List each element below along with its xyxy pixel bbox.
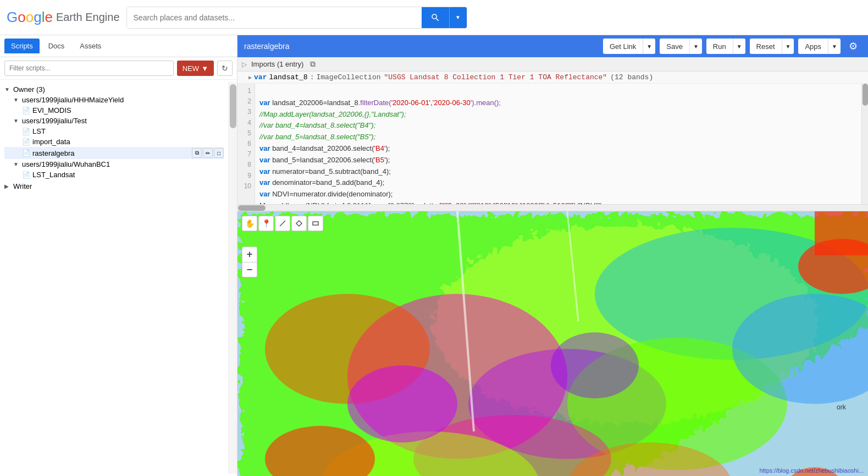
reset-group: Reset ▼ xyxy=(750,39,794,54)
imports-bar: ▷ Imports (1 entry) ⧉ xyxy=(237,57,868,72)
user2-file1-row[interactable]: 📄 LST xyxy=(4,126,224,136)
user2-folder-row[interactable]: ▼ users/1999jialiu/Test xyxy=(4,116,224,126)
writer-label: Writer xyxy=(13,182,32,190)
save-dropdown[interactable]: ▼ xyxy=(689,39,702,54)
user2-expand-icon: ▼ xyxy=(13,118,20,124)
filter-bar: NEW ▼ ↻ xyxy=(0,57,237,80)
user1-expand-icon: ▼ xyxy=(13,97,20,103)
line-tool[interactable] xyxy=(275,216,290,231)
polygon-tool[interactable] xyxy=(291,216,307,231)
copy-imports-btn[interactable]: ⧉ xyxy=(310,59,316,69)
svg-point-19 xyxy=(551,332,639,398)
settings-button[interactable]: ⚙ xyxy=(845,38,861,54)
watermark: https://blog.csdn.net/zhebushibiaoshi... xyxy=(759,467,864,474)
owner-section: ▼ Owner (3) ▼ users/1999jialiu/HHHMaizeY… xyxy=(4,84,224,180)
rect-icon xyxy=(312,220,319,227)
map-canvas: ork Gulf of Mexico xyxy=(237,211,868,476)
code-scroll-thumb xyxy=(863,84,868,106)
hand-tool[interactable]: ✋ xyxy=(242,216,257,231)
run-group: Run ▼ xyxy=(706,39,745,54)
get-link-button[interactable]: Get Link xyxy=(603,39,643,54)
user3-file1-row[interactable]: 📄 LST_Landsat xyxy=(4,169,224,180)
tree-content: ▼ Owner (3) ▼ users/1999jialiu/HHHMaizeY… xyxy=(0,82,228,474)
rect-tool[interactable] xyxy=(308,216,323,231)
file-icon-import: 📄 xyxy=(22,138,30,146)
scripts-tree: ▼ Owner (3) ▼ users/1999jialiu/HHHMaizeY… xyxy=(0,80,237,476)
zoom-in-button[interactable]: + xyxy=(242,247,257,262)
tab-scripts[interactable]: Scripts xyxy=(4,39,40,53)
file-icon-lst: 📄 xyxy=(22,128,30,135)
editor-filename: rasteralgebra xyxy=(244,42,599,51)
svg-point-18 xyxy=(347,365,457,442)
import-expand-icon: ▶ xyxy=(248,74,252,81)
file-edit-icon[interactable]: ✏ xyxy=(203,148,213,158)
apps-dropdown[interactable]: ▼ xyxy=(828,39,841,54)
polygon-icon xyxy=(295,220,303,227)
right-panel: rasteralgebra Get Link ▼ Save ▼ Run ▼ Re… xyxy=(237,35,868,476)
map-tools: ✋ 📍 xyxy=(242,216,323,231)
file-delete-icon[interactable]: □ xyxy=(214,148,224,158)
get-link-group: Get Link ▼ xyxy=(603,39,655,54)
owner-label: Owner (3) xyxy=(13,85,45,94)
user3-folder-row[interactable]: ▼ users/1999jialiu/WuhanBC1 xyxy=(4,159,224,169)
tabs-bar: Scripts Docs Assets xyxy=(0,35,237,57)
save-button[interactable]: Save xyxy=(660,39,689,54)
file-copy-icon[interactable]: ⧉ xyxy=(192,148,202,158)
code-vertical-scrollbar[interactable] xyxy=(861,84,868,204)
user1-file1-row[interactable]: 📄 EVI_MODIS xyxy=(4,105,224,116)
tree-scrollbar[interactable] xyxy=(228,82,237,474)
tab-docs[interactable]: Docs xyxy=(42,39,71,53)
user1-folder-row[interactable]: ▼ users/1999jialiu/HHHMaizeYield xyxy=(4,95,224,105)
new-btn-arrow: ▼ xyxy=(201,64,208,73)
apps-button[interactable]: Apps xyxy=(798,39,828,54)
user3-path-label: users/1999jialiu/WuhanBC1 xyxy=(22,160,110,168)
owner-expand-icon: ▼ xyxy=(4,86,11,92)
search-button[interactable] xyxy=(422,7,449,28)
reset-button[interactable]: Reset xyxy=(750,39,782,54)
user2-file2-label: import_data xyxy=(32,138,70,146)
import-entry: ▶ var landsat_8 : ImageCollection "USGS … xyxy=(237,72,868,84)
search-input[interactable] xyxy=(127,7,422,28)
earth-engine-label: Earth Engine xyxy=(56,11,120,24)
filter-scripts-input[interactable] xyxy=(4,61,174,76)
owner-label-row[interactable]: ▼ Owner (3) xyxy=(4,84,224,95)
search-bar: ▼ xyxy=(126,7,467,29)
code-content[interactable]: var landsat_202006=landsat_8.filterDate(… xyxy=(255,84,861,204)
user2-file3-label: rasteralgebra xyxy=(32,149,75,157)
refresh-icon: ↻ xyxy=(222,64,228,73)
reset-dropdown[interactable]: ▼ xyxy=(782,39,794,54)
app-logo: Google Earth Engine xyxy=(7,9,120,26)
left-panel: Scripts Docs Assets NEW ▼ ↻ ▼ Owner (3) xyxy=(0,35,237,476)
user2-file2-row[interactable]: 📄 import_data xyxy=(4,136,224,147)
user3-expand-icon: ▼ xyxy=(13,161,20,167)
user2-file1-label: LST xyxy=(32,127,46,135)
writer-label-row[interactable]: ▶ Writer xyxy=(4,181,224,192)
zoom-controls: + − xyxy=(242,239,257,277)
run-button[interactable]: Run xyxy=(706,39,733,54)
user2-file3-row[interactable]: 📄 rasteralgebra ⧉ ✏ □ xyxy=(4,147,224,159)
editor-toolbar: rasteralgebra Get Link ▼ Save ▼ Run ▼ Re… xyxy=(237,35,868,57)
line-numbers: 1 2 3 4 5 6 7 8 9 10 xyxy=(237,84,255,204)
user3-file1-label: LST_Landsat xyxy=(32,171,75,179)
code-editor: ▷ Imports (1 entry) ⧉ ▶ var landsat_8 : … xyxy=(237,57,868,211)
user1-path-label: users/1999jialiu/HHHMaizeYield xyxy=(22,96,124,104)
search-icon xyxy=(430,13,440,23)
writer-expand-icon: ▶ xyxy=(4,183,11,189)
save-group: Save ▼ xyxy=(660,39,702,54)
run-dropdown[interactable]: ▼ xyxy=(733,39,745,54)
file-icon-lst-landsat: 📄 xyxy=(22,171,30,179)
map-tools-row: ✋ 📍 xyxy=(242,216,323,231)
search-dropdown-button[interactable]: ▼ xyxy=(449,7,467,28)
get-link-dropdown[interactable]: ▼ xyxy=(643,39,655,54)
code-horizontal-scrollbar[interactable] xyxy=(237,204,868,211)
settings-icon: ⚙ xyxy=(849,40,858,52)
zoom-out-button[interactable]: − xyxy=(242,262,257,277)
pin-tool[interactable]: 📍 xyxy=(258,216,274,231)
refresh-button[interactable]: ↻ xyxy=(217,61,233,76)
svg-rect-27 xyxy=(313,222,318,225)
tab-assets[interactable]: Assets xyxy=(73,39,108,53)
line-icon xyxy=(279,220,286,227)
new-script-button[interactable]: NEW ▼ xyxy=(177,61,214,76)
user2-path-label: users/1999jialiu/Test xyxy=(22,117,87,125)
expand-left-icon: ▷ xyxy=(242,61,247,68)
